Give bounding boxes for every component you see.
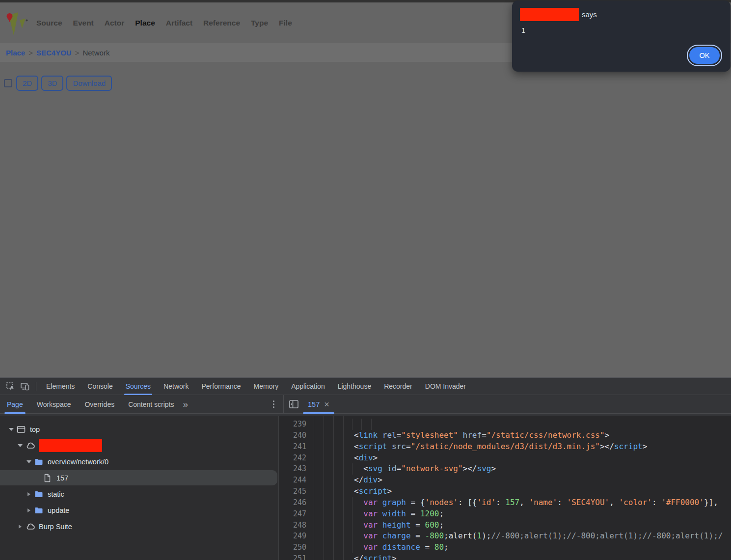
device-toolbar-icon[interactable] — [18, 379, 32, 393]
more-tabs-chevron-icon[interactable]: » — [183, 395, 189, 414]
devtools-tab-dom-invader[interactable]: DOM Invader — [419, 378, 472, 395]
expander-closed-icon[interactable] — [16, 525, 24, 529]
indent-guide — [361, 419, 362, 430]
line-number: 240 — [279, 430, 306, 441]
navigator-tab-overrides[interactable]: Overrides — [78, 395, 121, 414]
nav-item-reference[interactable]: Reference — [203, 19, 240, 27]
devtools-tab-recorder[interactable]: Recorder — [378, 378, 419, 395]
tree-row-top[interactable]: top — [0, 421, 278, 437]
code-text: var distance = 80; — [354, 542, 449, 553]
navigator-tab-content-scripts[interactable]: Content scripts — [121, 395, 181, 414]
open-file-tab[interactable]: 157 × — [302, 395, 335, 414]
line-number: 247 — [279, 508, 306, 520]
editor-tabbar: 157 × — [284, 395, 731, 413]
code-text: </script> — [354, 553, 397, 560]
tree-row-burp-suite[interactable]: Burp Suite — [0, 518, 278, 534]
alert-message: 1 — [520, 27, 721, 34]
tree-row-update[interactable]: update — [0, 502, 278, 518]
nav-item-source[interactable]: Source — [36, 19, 62, 27]
devtools-tab-sources[interactable]: Sources — [119, 378, 157, 395]
indent-guide — [352, 520, 352, 531]
code-line: 240<link rel="stylesheet" href="/static/… — [279, 430, 731, 441]
code-line: 247 var width = 1200; — [279, 508, 731, 520]
code-editor[interactable]: 239240<link rel="stylesheet" href="/stat… — [279, 416, 731, 560]
indent-guide — [352, 419, 352, 430]
line-number: 246 — [279, 497, 306, 508]
file-navigator-tree: topoverview/network/0157staticupdateBurp… — [0, 416, 279, 560]
line-number: 248 — [279, 520, 306, 531]
toggle-navigator-panel-icon[interactable] — [289, 399, 299, 409]
tree-item-label: top — [30, 426, 40, 433]
line-number: 243 — [279, 463, 306, 475]
code-line: 248 var height = 600; — [279, 520, 731, 531]
devtools-tab-network[interactable]: Network — [157, 378, 195, 395]
code-text: <link rel="stylesheet" href="/static/css… — [354, 430, 609, 441]
cloud-icon — [25, 441, 35, 451]
tree-row-static[interactable]: static — [0, 486, 278, 502]
devtools-tab-console[interactable]: Console — [81, 378, 119, 395]
kebab-menu-icon[interactable] — [271, 399, 277, 410]
redacted-origin-label — [39, 439, 102, 452]
navigator-tab-workspace[interactable]: Workspace — [30, 395, 78, 414]
tree-row-overview-network-0[interactable]: overview/network/0 — [0, 453, 278, 470]
code-text: <script> — [354, 486, 392, 497]
code-line: 241<script src="/static/node_modules/d3/… — [279, 441, 731, 453]
tree-item-label: Burp Suite — [39, 523, 72, 531]
inspect-element-icon[interactable] — [3, 379, 18, 393]
devtools-tab-elements[interactable]: Elements — [40, 378, 81, 395]
devtools-tab-performance[interactable]: Performance — [195, 378, 247, 395]
line-number: 241 — [279, 441, 306, 453]
code-line: 244</div> — [279, 475, 731, 486]
2d-button[interactable]: 2D — [16, 76, 38, 91]
code-line: 250 var distance = 80; — [279, 542, 731, 553]
download-button[interactable]: Download — [66, 76, 112, 91]
nav-item-place[interactable]: Place — [135, 19, 155, 27]
line-number: 250 — [279, 542, 306, 553]
js-alert-dialog: says 1 OK — [512, 0, 731, 72]
expander-closed-icon[interactable] — [25, 492, 33, 496]
breadcrumb-link-place[interactable]: Place — [6, 49, 25, 57]
devtools-tab-application[interactable]: Application — [285, 378, 331, 395]
nav-item-actor[interactable]: Actor — [105, 19, 124, 27]
folder-icon — [34, 457, 44, 467]
code-text: <div> — [354, 453, 378, 464]
expander-closed-icon[interactable] — [25, 508, 33, 512]
breadcrumb-separator: > — [28, 49, 33, 57]
indent-guide — [352, 463, 352, 475]
close-tab-icon[interactable]: × — [324, 400, 329, 409]
nav-item-event[interactable]: Event — [73, 19, 94, 27]
expander-open-icon[interactable] — [16, 444, 24, 447]
nav-item-type[interactable]: Type — [251, 19, 268, 27]
3d-button[interactable]: 3D — [41, 76, 63, 91]
code-text: <script src="/static/node_modules/d3/dis… — [354, 441, 647, 453]
alert-ok-button[interactable]: OK — [689, 47, 720, 64]
nav-item-file[interactable]: File — [279, 19, 292, 27]
alert-title: says — [520, 8, 721, 21]
tree-row-redacted[interactable] — [0, 437, 278, 453]
view-checkbox[interactable] — [4, 79, 12, 87]
breadcrumb-current: Network — [82, 49, 109, 57]
devtools-tab-lighthouse[interactable]: Lighthouse — [331, 378, 378, 395]
nav-item-artifact[interactable]: Artifact — [166, 19, 192, 27]
expander-open-icon[interactable] — [25, 460, 33, 463]
code-line: 239 — [279, 419, 731, 430]
sources-body: topoverview/network/0157staticupdateBurp… — [0, 416, 731, 560]
expander-open-icon[interactable] — [7, 428, 15, 431]
code-text: <svg id="network-svg"></svg> — [354, 463, 496, 475]
line-number: 239 — [279, 419, 306, 430]
indent-guide — [352, 531, 352, 542]
tree-row-157[interactable]: 157 — [0, 470, 278, 486]
tree-item-label: overview/network/0 — [48, 458, 108, 466]
site-nav-menu: SourceEventActorPlaceArtifactReferenceTy… — [36, 19, 292, 27]
line-number: 244 — [279, 475, 306, 486]
folder-icon — [34, 506, 44, 515]
devtools-tab-memory[interactable]: Memory — [247, 378, 285, 395]
code-line: 243 <svg id="network-svg"></svg> — [279, 463, 731, 475]
cloud-icon — [25, 522, 35, 532]
devtools-panel: ElementsConsoleSourcesNetworkPerformance… — [0, 377, 731, 560]
navigator-tab-page[interactable]: Page — [0, 395, 30, 414]
navigator-tabbar: PageWorkspaceOverridesContent scripts » — [0, 395, 283, 413]
breadcrumb-link-sec4you[interactable]: SEC4YOU — [36, 49, 72, 57]
code-line: 245<script> — [279, 486, 731, 497]
code-text: </div> — [354, 475, 382, 486]
